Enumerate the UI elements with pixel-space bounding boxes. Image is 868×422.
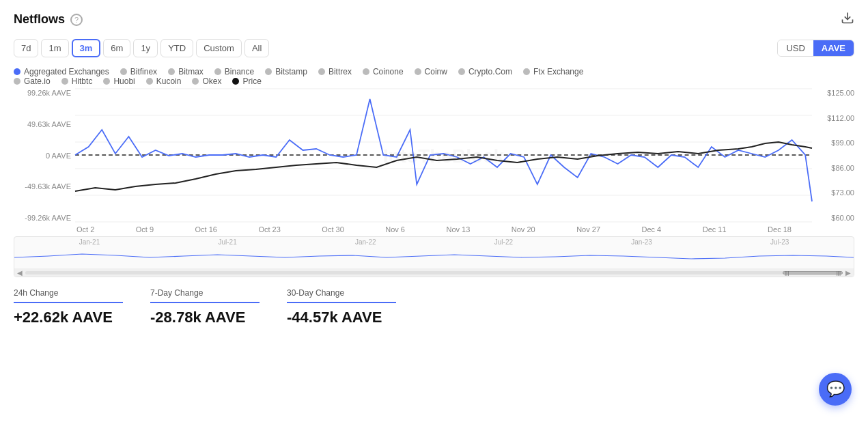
currency-btn-aave[interactable]: AAVE — [813, 40, 854, 56]
legend-item-huobi[interactable]: Huobi — [103, 76, 135, 86]
x-label-oct2: Oct 2 — [76, 225, 94, 234]
mini-chart[interactable]: Jan-21 Jul-21 Jan-22 Jul-22 Jan-23 Jul-2… — [14, 236, 854, 277]
help-icon[interactable]: ? — [70, 14, 83, 26]
legend-item-coinone[interactable]: Coinone — [363, 67, 404, 76]
legend-item-price[interactable]: Price — [232, 76, 261, 86]
header-left: Netflows ? — [14, 12, 83, 27]
legend-item-coinw[interactable]: Coinw — [415, 67, 447, 76]
legend-dot-gateio — [14, 78, 20, 85]
legend-item-ftx[interactable]: Ftx Exchange — [523, 67, 583, 76]
y-axis-right: $125.00 $112.00 $99.00 $86.00 $73.00 $60… — [815, 89, 854, 222]
legend-dot-ftx — [523, 68, 530, 75]
scroll-handle-right[interactable]: ||| — [837, 270, 841, 276]
time-btn-custom[interactable]: Custom — [196, 39, 242, 57]
legend-label-bitstamp: Bitstamp — [275, 67, 307, 76]
legend-item-hitbtc[interactable]: Hitbtc — [61, 76, 93, 86]
mini-label-jul21: Jul-21 — [218, 238, 236, 246]
legend-label-binance: Binance — [225, 67, 254, 76]
y-axis-left: 99.26k AAVE 49.63k AAVE 0 AAVE -49.63k A… — [14, 89, 74, 222]
legend-label-bitfinex: Bitfinex — [130, 67, 157, 76]
legend-label-aggregated: Aggregated Exchanges — [24, 67, 109, 76]
legend: Aggregated Exchanges Bitfinex Bitmax Bin… — [14, 67, 854, 76]
time-btn-ytd[interactable]: YTD — [160, 39, 193, 57]
time-btn-3m[interactable]: 3m — [72, 39, 101, 57]
x-label-nov13: Nov 13 — [446, 225, 470, 234]
legend-label-cryptocom: Crypto.Com — [468, 67, 512, 76]
y-right-4: $86.00 — [815, 164, 854, 172]
legend-item-binance[interactable]: Binance — [214, 67, 254, 76]
y-left-3: 0 AAVE — [14, 152, 71, 160]
legend-label-hitbtc: Hitbtc — [72, 76, 93, 86]
legend-item-aggregated[interactable]: Aggregated Exchanges — [14, 67, 109, 76]
y-left-4: -49.63k AAVE — [14, 182, 71, 191]
legend-dot-bittrex — [318, 68, 325, 75]
legend-label-huobi: Huobi — [113, 76, 135, 86]
legend-item-kucoin[interactable]: Kucoin — [146, 76, 182, 86]
x-label-nov20: Nov 20 — [512, 225, 535, 234]
scroll-track[interactable]: ||| ||| — [25, 271, 843, 275]
legend-dot-aggregated — [14, 68, 20, 75]
legend-dot-okex — [192, 78, 199, 85]
stat-30d-value: -44.57k AAVE — [287, 309, 410, 326]
legend-dot-bitstamp — [265, 68, 272, 75]
y-right-5: $73.00 — [815, 188, 854, 197]
legend-item-cryptocom[interactable]: Crypto.Com — [458, 67, 512, 76]
legend-item-bitstamp[interactable]: Bitstamp — [265, 67, 307, 76]
x-label-dec18: Dec 18 — [768, 225, 792, 234]
download-icon[interactable] — [841, 11, 854, 28]
stat-24h-divider — [14, 302, 123, 303]
page-title: Netflows — [14, 12, 65, 27]
legend-dot-coinw — [415, 68, 421, 75]
legend-item-gateio[interactable]: Gate.io — [14, 76, 51, 86]
y-left-2: 49.63k AAVE — [14, 120, 71, 128]
mini-scrollbar[interactable]: ◀ ||| ||| ▶ — [14, 268, 854, 277]
time-btn-6m[interactable]: 6m — [103, 39, 130, 57]
stat-7d-value: -28.78k AAVE — [150, 309, 273, 326]
time-btn-7d[interactable]: 7d — [14, 39, 38, 57]
scroll-left-arrow[interactable]: ◀ — [17, 269, 23, 277]
legend-label-coinone: Coinone — [373, 67, 404, 76]
legend-item-bittrex[interactable]: Bittrex — [318, 67, 352, 76]
main-container: Netflows ? 7d 1m 3m 6m 1y YTD Custom All… — [0, 0, 868, 422]
currency-buttons: USD AAVE — [777, 40, 854, 57]
x-label-dec11: Dec 11 — [703, 225, 727, 234]
scroll-right-arrow[interactable]: ▶ — [845, 269, 851, 277]
x-axis: Oct 2 Oct 9 Oct 16 Oct 23 Oct 30 Nov 6 N… — [14, 224, 854, 236]
legend-dot-bitfinex — [120, 68, 127, 75]
scroll-thumb[interactable]: ||| ||| — [783, 271, 843, 275]
y-right-1: $125.00 — [815, 89, 854, 97]
x-label-oct16: Oct 16 — [195, 225, 217, 234]
time-btn-1y[interactable]: 1y — [133, 39, 158, 57]
legend-item-bitfinex[interactable]: Bitfinex — [120, 67, 157, 76]
legend-label-kucoin: Kucoin — [156, 76, 182, 86]
y-left-1: 99.26k AAVE — [14, 89, 71, 97]
blue-line — [75, 99, 812, 201]
legend-label-gateio: Gate.io — [24, 76, 51, 86]
scroll-handle-left[interactable]: ||| — [785, 270, 789, 276]
stat-24h-label: 24h Change — [14, 288, 137, 298]
legend-dot-binance — [214, 68, 221, 75]
y-right-2: $112.00 — [815, 114, 854, 122]
y-right-6: $60.00 — [815, 214, 854, 222]
legend-item-bitmax[interactable]: Bitmax — [168, 67, 204, 76]
currency-btn-usd[interactable]: USD — [778, 40, 813, 56]
stat-24h: 24h Change +22.62k AAVE — [14, 288, 150, 326]
y-left-5: -99.26k AAVE — [14, 214, 71, 222]
stat-24h-value: +22.62k AAVE — [14, 309, 137, 326]
x-label-nov27: Nov 27 — [576, 225, 600, 234]
legend-label-price: Price — [242, 76, 261, 86]
stat-7d: 7-Day Change -28.78k AAVE — [150, 288, 287, 326]
stat-30d-divider — [287, 302, 396, 303]
time-btn-1m[interactable]: 1m — [41, 39, 68, 57]
mini-label-jan22: Jan-22 — [355, 238, 376, 246]
legend-dot-kucoin — [146, 78, 153, 85]
time-btn-all[interactable]: All — [244, 39, 269, 57]
legend-label-bittrex: Bittrex — [328, 67, 352, 76]
mini-label-jan23: Jan-23 — [631, 238, 652, 246]
stat-7d-divider — [150, 302, 260, 303]
legend-item-okex[interactable]: Okex — [192, 76, 221, 86]
chart-wrapper: 99.26k AAVE 49.63k AAVE 0 AAVE -49.63k A… — [14, 89, 854, 224]
x-label-oct9: Oct 9 — [136, 225, 154, 234]
legend-dot-price — [232, 78, 239, 85]
chat-button[interactable]: 💬 — [819, 373, 852, 406]
